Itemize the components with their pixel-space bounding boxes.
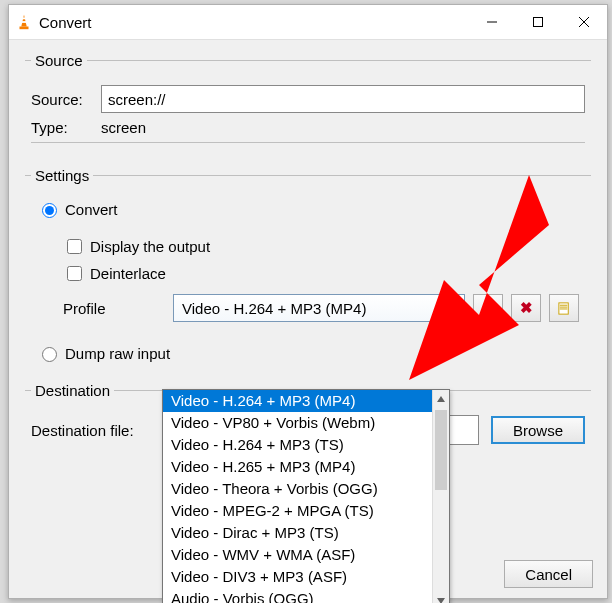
- svg-rect-1: [22, 18, 25, 20]
- profile-selected-value: Video - H.264 + MP3 (MP4): [182, 300, 366, 317]
- profile-label: Profile: [63, 300, 173, 317]
- svg-marker-14: [437, 598, 445, 603]
- profile-option[interactable]: Video - H.264 + MP3 (TS): [163, 434, 433, 456]
- convert-radio-label: Convert: [65, 201, 118, 218]
- convert-radio-input[interactable]: [42, 203, 57, 218]
- svg-rect-2: [22, 21, 27, 23]
- divider: [31, 142, 585, 143]
- deinterlace-checkbox[interactable]: Deinterlace: [63, 263, 585, 284]
- scroll-up-button[interactable]: [433, 390, 449, 408]
- profile-option[interactable]: Video - H.264 + MP3 (MP4): [163, 390, 433, 412]
- profile-option[interactable]: Video - MPEG-2 + MPGA (TS): [163, 500, 433, 522]
- maximize-button[interactable]: [515, 5, 561, 39]
- svg-marker-8: [447, 305, 457, 310]
- display-output-checkbox[interactable]: Display the output: [63, 236, 585, 257]
- dump-raw-radio[interactable]: Dump raw input: [37, 344, 585, 362]
- source-label: Source:: [31, 91, 101, 108]
- chevron-down-icon: [444, 299, 460, 315]
- svg-rect-10: [559, 304, 567, 305]
- browse-button[interactable]: Browse: [491, 416, 585, 444]
- x-icon: ✖: [520, 299, 533, 317]
- scrollbar[interactable]: [432, 390, 449, 603]
- titlebar: Convert: [9, 5, 607, 40]
- convert-radio[interactable]: Convert: [37, 200, 585, 218]
- scroll-thumb[interactable]: [435, 410, 447, 490]
- profile-dropdown-list[interactable]: Video - H.264 + MP3 (MP4)Video - VP80 + …: [162, 389, 450, 603]
- wrench-icon: [480, 300, 496, 316]
- profile-option[interactable]: Video - VP80 + Vorbis (Webm): [163, 412, 433, 434]
- profile-option[interactable]: Video - WMV + WMA (ASF): [163, 544, 433, 566]
- svg-marker-0: [21, 15, 26, 27]
- display-output-label: Display the output: [90, 238, 210, 255]
- settings-legend: Settings: [31, 167, 93, 184]
- window-title: Convert: [39, 14, 92, 31]
- source-input[interactable]: [101, 85, 585, 113]
- source-legend: Source: [31, 52, 87, 69]
- close-button[interactable]: [561, 5, 607, 39]
- deinterlace-input[interactable]: [67, 266, 82, 281]
- svg-rect-5: [534, 18, 543, 27]
- display-output-input[interactable]: [67, 239, 82, 254]
- destination-legend: Destination: [31, 382, 114, 399]
- dump-raw-radio-input[interactable]: [42, 347, 57, 362]
- dump-raw-label: Dump raw input: [65, 345, 170, 362]
- profile-combobox[interactable]: Video - H.264 + MP3 (MP4): [173, 294, 465, 322]
- new-profile-button[interactable]: [549, 294, 579, 322]
- vlc-cone-icon: [9, 13, 39, 31]
- settings-group: Settings Convert Display the output Dein…: [25, 167, 591, 368]
- svg-rect-11: [559, 306, 567, 307]
- deinterlace-label: Deinterlace: [90, 265, 166, 282]
- type-label: Type:: [31, 119, 101, 136]
- profile-option[interactable]: Video - H.265 + MP3 (MP4): [163, 456, 433, 478]
- profile-option[interactable]: Video - DIV3 + MP3 (ASF): [163, 566, 433, 588]
- dialog-buttons: Cancel: [494, 560, 593, 588]
- destination-file-label: Destination file:: [31, 422, 134, 439]
- profile-option[interactable]: Video - Dirac + MP3 (TS): [163, 522, 433, 544]
- svg-marker-13: [437, 396, 445, 402]
- type-value: screen: [101, 119, 146, 136]
- edit-profile-button[interactable]: [473, 294, 503, 322]
- scroll-down-button[interactable]: [433, 592, 449, 603]
- minimize-button[interactable]: [469, 5, 515, 39]
- source-group: Source Source: Type: screen: [25, 52, 591, 153]
- new-file-icon: [557, 301, 572, 316]
- profile-option[interactable]: Video - Theora + Vorbis (OGG): [163, 478, 433, 500]
- svg-rect-3: [20, 27, 29, 30]
- cancel-button[interactable]: Cancel: [504, 560, 593, 588]
- delete-profile-button[interactable]: ✖: [511, 294, 541, 322]
- svg-rect-12: [559, 308, 567, 309]
- profile-option[interactable]: Audio - Vorbis (OGG): [163, 588, 433, 603]
